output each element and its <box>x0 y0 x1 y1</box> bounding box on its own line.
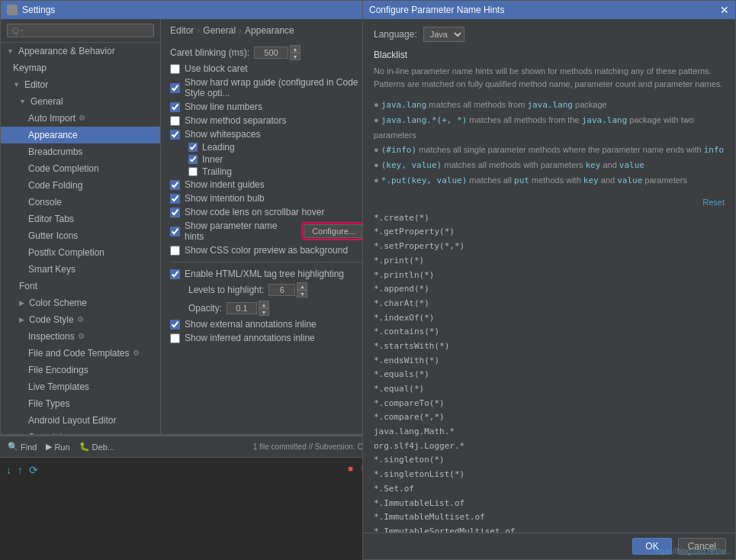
levels-input[interactable] <box>268 284 295 296</box>
inner-label: Inner <box>202 154 223 165</box>
sidebar-item-copyright[interactable]: Copyright <box>1 429 160 434</box>
show-indent-guides-label: Show indent guides <box>185 179 265 190</box>
opacity-spin-up[interactable]: ▲ <box>259 301 269 308</box>
inner-checkbox[interactable] <box>188 155 198 164</box>
show-inferred-checkbox[interactable] <box>170 333 180 343</box>
dialog-title: Configure Parameter Name Hints <box>369 5 504 15</box>
bottom-panel: 🔍 Find ▶ Run 🐛 Deb... 1 file committed /… <box>0 435 374 560</box>
lang-select[interactable]: Java <box>423 27 464 42</box>
up-arrow-icon[interactable]: ↑ <box>18 464 23 476</box>
debug-button[interactable]: 🐛 Deb... <box>76 440 117 453</box>
opacity-input[interactable] <box>227 302 257 314</box>
refresh-icon[interactable]: ⟳ <box>29 464 38 476</box>
breadcrumb-part2: General <box>203 25 236 36</box>
sidebar-item-file-types[interactable]: File Types <box>1 395 160 412</box>
sidebar-item-console[interactable]: Console <box>1 194 160 211</box>
levels-spin-up[interactable]: ▲ <box>297 282 307 290</box>
sidebar-item-editor[interactable]: ▼ Editor <box>1 76 160 93</box>
gear-icon: ⚙ <box>77 313 84 327</box>
show-method-separators-checkbox[interactable] <box>170 116 180 126</box>
sidebar-item-label: File and Code Templates <box>28 346 130 360</box>
stop-icon[interactable]: ■ <box>348 464 353 476</box>
sidebar-item-code-completion[interactable]: Code Completion <box>1 160 160 177</box>
sidebar-item-code-style[interactable]: ▶ Code Style ⚙ <box>1 311 160 328</box>
show-intention-bulb-checkbox[interactable] <box>170 194 180 204</box>
show-hard-wrap-checkbox[interactable] <box>170 83 180 93</box>
caret-blinking-input[interactable] <box>254 47 288 59</box>
expand-arrow: ▶ <box>19 313 24 327</box>
show-external-checkbox[interactable] <box>170 320 180 330</box>
sidebar-item-auto-import[interactable]: Auto Import ⚙ <box>1 110 160 127</box>
sidebar-item-appearance-behavior[interactable]: ▼ Appearance & Behavior <box>1 43 160 60</box>
settings-title-text: Settings <box>22 5 55 15</box>
sidebar-item-label: Editor <box>24 78 48 92</box>
show-indent-guides-checkbox[interactable] <box>170 180 180 190</box>
sidebar-item-postfix-completion[interactable]: Postfix Completion <box>1 244 160 261</box>
bullet-item: (#info) matches all single parameter met… <box>374 143 725 158</box>
down-arrow-icon[interactable]: ↓ <box>6 464 11 476</box>
configure-button[interactable]: Configure... <box>304 224 364 238</box>
show-whitespaces-checkbox[interactable] <box>170 130 180 140</box>
sidebar-item-keymap[interactable]: Keymap <box>1 60 160 76</box>
settings-window: Settings ▼ Appearance & Behavior Keymap … <box>0 0 374 435</box>
enable-html-xml-row: Enable HTML/XML tag tree highlighting <box>170 267 364 281</box>
sidebar-item-appearance[interactable]: Appearance <box>1 127 160 143</box>
inner-row: Inner <box>188 153 364 166</box>
leading-row: Leading <box>188 141 364 153</box>
sidebar-item-general[interactable]: ▼ General <box>1 93 160 110</box>
gear-icon: ⚙ <box>78 330 85 343</box>
expand-arrow: ▼ <box>13 78 20 92</box>
show-method-separators-label: Show method separators <box>185 115 286 126</box>
sidebar-item-color-scheme[interactable]: ▶ Color Scheme <box>1 294 160 311</box>
dialog-body: Language: Java Blacklist No in-line para… <box>363 19 735 533</box>
sidebar-item-label: Android Layout Editor <box>28 414 116 427</box>
use-block-caret-label: Use block caret <box>185 63 248 74</box>
trailing-checkbox[interactable] <box>188 167 198 176</box>
search-box <box>1 19 160 43</box>
sidebar-item-android-layout-editor[interactable]: Android Layout Editor <box>1 412 160 429</box>
sidebar-item-file-encodings[interactable]: File Encodings <box>1 362 160 378</box>
use-block-caret-checkbox[interactable] <box>170 64 180 74</box>
spin-down[interactable]: ▼ <box>290 53 301 60</box>
settings-titlebar: Settings <box>1 1 373 19</box>
show-parameter-hints-checkbox[interactable] <box>170 227 180 237</box>
show-parameter-hints-label: Show parameter name hints <box>185 220 294 242</box>
find-icon: 🔍 <box>8 442 18 452</box>
bullet-item: (key, value) matches all methods with pa… <box>374 158 725 173</box>
show-code-lens-checkbox[interactable] <box>170 208 180 217</box>
language-row: Language: Java <box>374 27 725 42</box>
caret-blinking-row: Caret blinking (ms): ▲ ▼ <box>170 43 364 62</box>
lang-label: Language: <box>374 29 417 40</box>
show-indent-guides-row: Show indent guides <box>170 178 364 191</box>
run-button[interactable]: ▶ Run <box>43 440 72 453</box>
show-line-numbers-label: Show line numbers <box>185 101 262 112</box>
sidebar-item-file-code-templates[interactable]: File and Code Templates ⚙ <box>1 345 160 362</box>
sidebar-item-editor-tabs[interactable]: Editor Tabs <box>1 211 160 227</box>
find-button[interactable]: 🔍 Find <box>5 440 40 453</box>
search-input[interactable] <box>7 24 154 37</box>
spin-up[interactable]: ▲ <box>290 45 301 53</box>
trailing-row: Trailing <box>188 166 364 178</box>
sidebar-item-code-folding[interactable]: Code Folding <box>1 177 160 194</box>
show-line-numbers-checkbox[interactable] <box>170 102 180 112</box>
enable-html-xml-checkbox[interactable] <box>170 269 180 279</box>
run-label: Run <box>54 443 69 452</box>
sidebar-item-inspections[interactable]: Inspections ⚙ <box>1 328 160 345</box>
show-css-checkbox[interactable] <box>170 246 180 256</box>
sidebar-item-label: Live Templates <box>28 380 89 394</box>
close-button[interactable]: ✕ <box>720 5 729 15</box>
sidebar-item-live-templates[interactable]: Live Templates <box>1 378 160 395</box>
levels-spin-down[interactable]: ▼ <box>297 290 307 298</box>
opacity-spin-down[interactable]: ▼ <box>259 308 269 316</box>
sidebar-item-font[interactable]: Font <box>1 278 160 294</box>
leading-checkbox[interactable] <box>188 143 198 152</box>
sidebar-item-breadcrumbs[interactable]: Breadcrumbs <box>1 143 160 160</box>
sidebar-item-smart-keys[interactable]: Smart Keys <box>1 261 160 278</box>
debug-icon: 🐛 <box>79 442 90 452</box>
breadcrumb-sep2: › <box>239 25 242 36</box>
configure-dialog: Configure Parameter Name Hints ✕ Languag… <box>362 0 736 560</box>
show-intention-bulb-label: Show intention bulb <box>185 193 265 204</box>
pattern-list: *.create(*)*.getProperty(*)*.setProperty… <box>374 211 725 533</box>
sidebar-item-gutter-icons[interactable]: Gutter Icons <box>1 227 160 244</box>
reset-link[interactable]: Reset <box>374 198 725 207</box>
